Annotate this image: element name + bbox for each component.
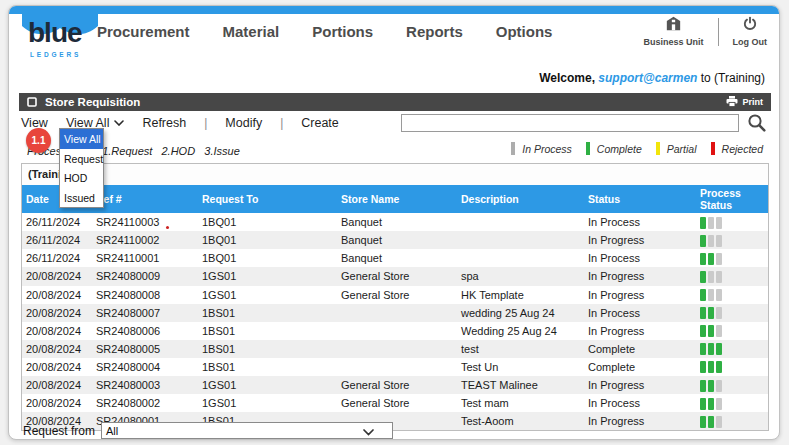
- request-from-label: Request from: [23, 424, 95, 438]
- cell-status: In Process: [584, 394, 696, 412]
- cell-store-name: Banquet: [337, 213, 457, 231]
- toolbar-refresh-button[interactable]: Refresh: [142, 116, 186, 130]
- cell-status: In Progress: [584, 267, 696, 285]
- nav-item-procurement[interactable]: Procurement: [97, 23, 190, 40]
- nav-utilities: Business Unit Log Out: [643, 16, 767, 47]
- cell-ref: SR24080007: [92, 304, 198, 322]
- cell-status: In Process: [584, 304, 696, 322]
- toolbar-create-button[interactable]: Create: [301, 116, 339, 130]
- request-from-select[interactable]: All: [101, 422, 393, 439]
- cell-request-to: 1BQ01: [198, 213, 337, 231]
- cell-process-status: [696, 412, 768, 430]
- table-row[interactable]: 20/08/2024SR240800041BS01Test UnComplete: [22, 358, 768, 376]
- column-header-description[interactable]: Description: [457, 185, 584, 213]
- nav-divider: [718, 18, 719, 46]
- cell-date: 20/08/2024: [22, 286, 92, 304]
- table-row[interactable]: 20/08/2024SR240800021GS01General StoreTe…: [22, 394, 768, 412]
- view-all-dropdown-menu: View AllRequestHODIssued: [59, 128, 104, 208]
- nav-item-options[interactable]: Options: [496, 23, 553, 40]
- column-header-request-to[interactable]: Request To: [198, 185, 337, 213]
- toolbar-modify-button[interactable]: Modify: [225, 116, 262, 130]
- cell-status: Complete: [584, 340, 696, 358]
- cell-store-name: [337, 358, 457, 376]
- column-header-store-name[interactable]: Store Name: [337, 185, 457, 213]
- cell-store-name: General Store: [337, 394, 457, 412]
- app-logo-subtitle: LEDGERS: [30, 51, 81, 58]
- cell-ref: SR24080006: [92, 322, 198, 340]
- app-logo: blue: [28, 17, 82, 49]
- table-row[interactable]: 20/08/2024SR240800081GS01General StoreHK…: [22, 286, 768, 304]
- process-bar-pending: [708, 289, 714, 301]
- table-row[interactable]: 20/08/2024SR240800061BS01Wedding 25 Aug …: [22, 322, 768, 340]
- process-bar-complete: [700, 235, 706, 247]
- cell-date: 26/11/2024: [22, 231, 92, 249]
- table-row[interactable]: 20/08/2024SR240800091GS01General Storesp…: [22, 267, 768, 285]
- search-input[interactable]: [401, 114, 739, 132]
- nav-item-material[interactable]: Material: [223, 23, 280, 40]
- cell-description: TEAST Malinee: [457, 376, 584, 394]
- dropdown-item-request[interactable]: Request: [60, 149, 103, 169]
- logout-button[interactable]: Log Out: [733, 16, 768, 47]
- cell-store-name: General Store: [337, 376, 457, 394]
- process-bar-pending: [716, 307, 722, 319]
- nav-item-portions[interactable]: Portions: [312, 23, 373, 40]
- request-from-value: All: [106, 425, 118, 437]
- table-row[interactable]: 26/11/2024SR241100031BQ01BanquetIn Proce…: [22, 213, 768, 231]
- toolbar-separator: |: [204, 116, 207, 130]
- process-bar-complete: [716, 343, 722, 355]
- cell-date: 20/08/2024: [22, 358, 92, 376]
- cell-description: wedding 25 Aug 24: [457, 304, 584, 322]
- cell-status: In Progress: [584, 412, 696, 430]
- dropdown-item-issued[interactable]: Issued: [60, 188, 103, 208]
- cell-request-to: 1BQ01: [198, 249, 337, 267]
- cell-date: 26/11/2024: [22, 249, 92, 267]
- nav-item-reports[interactable]: Reports: [406, 23, 463, 40]
- cell-date: 20/08/2024: [22, 322, 92, 340]
- cell-request-to: 1BS01: [198, 304, 337, 322]
- module-square-icon: [27, 93, 37, 111]
- module-title-bar: Store Requisition Print: [19, 93, 771, 111]
- table-row[interactable]: 26/11/2024SR241100011BQ01BanquetIn Proce…: [22, 249, 768, 267]
- ref-annotation-dot: [166, 226, 169, 229]
- cell-process-status: [696, 249, 768, 267]
- cell-status: Complete: [584, 358, 696, 376]
- process-bar-complete: [708, 416, 714, 428]
- table-row[interactable]: 20/08/2024SR240800071BS01wedding 25 Aug …: [22, 304, 768, 322]
- cell-description: Test-Aoom: [457, 412, 584, 430]
- main-nav: ProcurementMaterialPortionsReportsOption…: [97, 23, 552, 40]
- cell-description: test: [457, 340, 584, 358]
- process-bar-complete: [708, 325, 714, 337]
- cell-status: In Progress: [584, 322, 696, 340]
- legend-label: In Process: [522, 143, 572, 155]
- cell-process-status: [696, 231, 768, 249]
- column-header-process-status[interactable]: Process Status: [696, 185, 768, 213]
- cell-store-name: Banquet: [337, 231, 457, 249]
- table-row[interactable]: 20/08/2024SR240800031GS01General StoreTE…: [22, 376, 768, 394]
- process-bar-pending: [716, 380, 722, 392]
- table-row[interactable]: 26/11/2024SR241100021BQ01BanquetIn Progr…: [22, 231, 768, 249]
- legend-label: Complete: [597, 143, 642, 155]
- column-header-ref[interactable]: Ref #: [92, 185, 198, 213]
- process-status-legend: In ProcessCompletePartialRejected: [497, 142, 763, 155]
- welcome-suffix: to (Training): [701, 71, 765, 85]
- cell-status: In Progress: [584, 286, 696, 304]
- cell-date: 20/08/2024: [22, 340, 92, 358]
- print-button[interactable]: Print: [726, 93, 763, 111]
- cell-ref: SR24080003: [92, 376, 198, 394]
- search-icon[interactable]: [747, 113, 766, 136]
- column-header-status[interactable]: Status: [584, 185, 696, 213]
- cell-status: In Process: [584, 249, 696, 267]
- table-row[interactable]: 20/08/2024SR240800051BS01testComplete: [22, 340, 768, 358]
- process-bar-pending: [716, 416, 722, 428]
- chevron-down-icon: [363, 426, 374, 438]
- dropdown-item-view-all[interactable]: View All: [60, 129, 103, 149]
- cell-description: Test mam: [457, 394, 584, 412]
- business-unit-button[interactable]: Business Unit: [643, 16, 703, 47]
- legend-swatch: [711, 142, 715, 155]
- legend-label: Partial: [667, 143, 697, 155]
- power-icon: [742, 16, 758, 35]
- dropdown-item-hod[interactable]: HOD: [60, 168, 103, 188]
- process-bar-complete: [708, 343, 714, 355]
- process-bar-pending: [716, 271, 722, 283]
- legend-swatch: [656, 142, 660, 155]
